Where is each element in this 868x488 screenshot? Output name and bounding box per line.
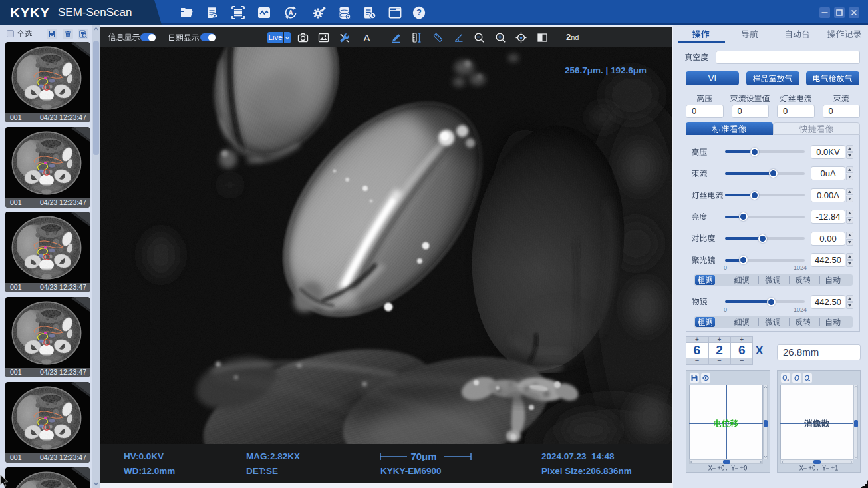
svg-text:A: A [787, 378, 789, 381]
svg-text:?: ? [416, 7, 422, 17]
svg-text:70μm: 70μm [410, 451, 436, 461]
svg-text:A: A [363, 32, 370, 43]
svg-text:A: A [288, 9, 293, 17]
